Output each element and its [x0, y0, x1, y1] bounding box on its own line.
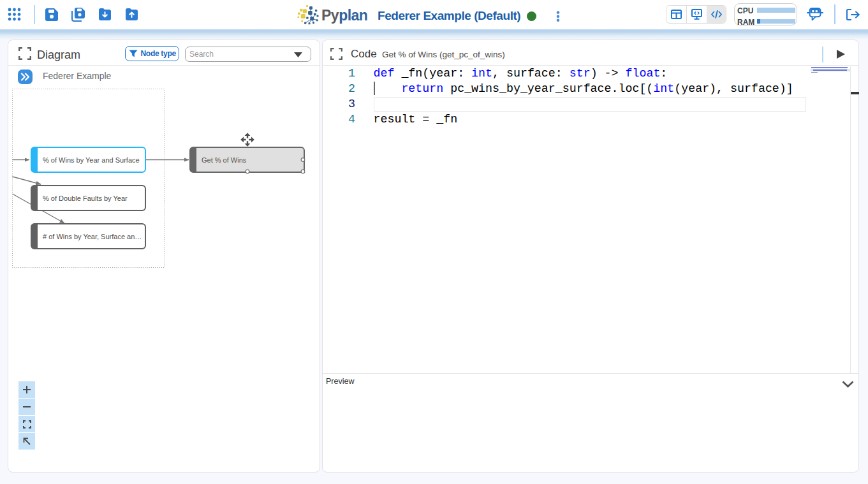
svg-text:Get % of Wins: Get % of Wins — [202, 156, 247, 164]
svg-text:# of Wins by Year, Surface an…: # of Wins by Year, Surface an… — [43, 233, 142, 240]
svg-text:% of Double Faults by Year: % of Double Faults by Year — [43, 194, 128, 202]
svg-text:% of Wins by Year and Surface: % of Wins by Year and Surface — [43, 156, 140, 164]
